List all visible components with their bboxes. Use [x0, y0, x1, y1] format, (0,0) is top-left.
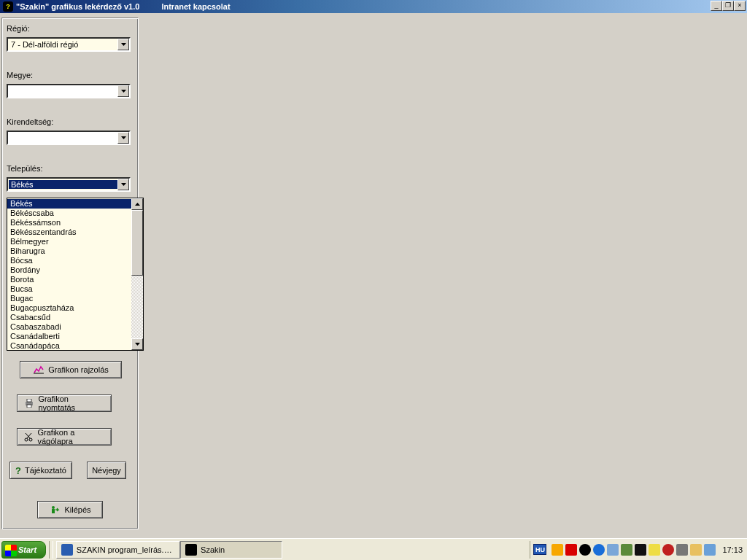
svg-marker-3	[121, 183, 126, 186]
help-icon: ?	[15, 464, 21, 476]
list-item[interactable]: Csanádapáca	[7, 341, 131, 350]
app-icon	[185, 544, 197, 556]
list-item[interactable]: Csabacsűd	[7, 313, 131, 322]
close-button[interactable]: ×	[734, 1, 746, 11]
chart-icon	[33, 364, 44, 376]
chevron-down-icon[interactable]	[117, 39, 129, 50]
list-item[interactable]: Bócsa	[7, 256, 131, 265]
nevjegy-button[interactable]: Névjegy	[87, 462, 126, 479]
maximize-button[interactable]: ❐	[722, 1, 734, 11]
task-label: Szakin	[201, 545, 225, 554]
task-label: SZAKIN program_leírás.d…	[77, 545, 175, 554]
scissors-icon	[23, 431, 34, 443]
client-area: Régió: 7 - Dél-alföldi régió Megye: Kire…	[0, 13, 747, 538]
button-label: Grafikon a vágólapra	[38, 428, 106, 446]
start-button[interactable]: Start	[1, 541, 46, 559]
svg-marker-2	[121, 136, 126, 139]
tray-icon[interactable]	[676, 544, 688, 556]
tray-icon[interactable]	[565, 544, 577, 556]
window-title: "Szakin" grafikus lekérdező v1.0	[16, 2, 139, 11]
kirendeltseg-label: Kirendeltség:	[7, 117, 133, 126]
tray-icon[interactable]	[551, 544, 563, 556]
tray-icon[interactable]	[690, 544, 702, 556]
filter-panel: Régió: 7 - Dél-alföldi régió Megye: Kire…	[1, 18, 139, 529]
tray-icon[interactable]	[635, 544, 646, 556]
svg-marker-5	[135, 343, 140, 346]
tray-icon[interactable]	[662, 544, 674, 556]
telepules-listbox[interactable]: BékésBékéscsabaBékéssámsonBékésszentandr…	[7, 198, 144, 351]
svg-point-11	[29, 438, 32, 441]
scrollbar[interactable]	[131, 198, 143, 350]
list-item[interactable]: Bugac	[7, 294, 131, 303]
svg-marker-1	[121, 90, 126, 93]
chevron-down-icon[interactable]	[117, 132, 129, 144]
clock[interactable]: 17:13	[722, 545, 743, 554]
telepules-label: Település:	[7, 164, 133, 173]
list-item[interactable]: Biharugra	[7, 246, 131, 256]
tray-icon[interactable]	[649, 544, 660, 556]
taskbar: Start SZAKIN program_leírás.d… Szakin HU…	[0, 538, 747, 560]
printer-icon	[23, 397, 34, 409]
kirendeltseg-dropdown[interactable]	[7, 131, 131, 145]
chevron-down-icon[interactable]	[117, 85, 129, 97]
svg-rect-15	[52, 509, 55, 513]
svg-point-14	[52, 506, 55, 509]
grafikon-vagolap-button[interactable]: Grafikon a vágólapra	[17, 428, 112, 446]
list-item[interactable]: Békésszentandrás	[7, 228, 131, 237]
tray-icon[interactable]	[593, 544, 605, 556]
telepules-dropdown[interactable]: Békés	[7, 177, 131, 192]
grafikon-rajzolas-button[interactable]: Grafikon rajzolás	[20, 361, 122, 378]
kilepes-button[interactable]: Kilépés	[37, 501, 103, 518]
button-label: Névjegy	[92, 466, 121, 475]
list-item[interactable]: Bélmegyer	[7, 237, 131, 246]
scroll-track[interactable]	[131, 210, 143, 338]
list-item[interactable]: Bugacpusztaháza	[7, 303, 131, 313]
language-indicator[interactable]: HU	[533, 544, 546, 555]
scroll-thumb[interactable]	[131, 210, 143, 276]
regio-value: 7 - Dél-alföldi régió	[8, 40, 117, 49]
svg-point-10	[25, 438, 28, 441]
word-icon	[61, 544, 73, 556]
scroll-down-button[interactable]	[131, 338, 143, 350]
megye-label: Megye:	[7, 71, 133, 79]
tray-icon[interactable]	[704, 544, 716, 556]
button-label: Grafikon nyomtatás	[38, 394, 105, 412]
svg-rect-9	[27, 405, 31, 408]
window-subtitle: Intranet kapcsolat	[161, 2, 230, 11]
svg-rect-8	[27, 399, 31, 402]
tray-icon[interactable]	[607, 544, 619, 556]
taskbar-separator	[49, 541, 53, 559]
list-item[interactable]: Csanádalberti	[7, 332, 131, 341]
tajekoztato-button[interactable]: ? Tájékoztató	[9, 462, 72, 479]
tray-icon[interactable]	[579, 544, 591, 556]
tray-icon[interactable]	[621, 544, 632, 556]
taskbar-item-word[interactable]: SZAKIN program_leírás.d…	[56, 541, 180, 559]
svg-marker-0	[121, 43, 126, 46]
start-label: Start	[18, 545, 36, 554]
regio-label: Régió:	[7, 24, 133, 33]
button-label: Tájékoztató	[25, 466, 66, 475]
list-item[interactable]: Borota	[7, 275, 131, 284]
scroll-up-button[interactable]	[131, 198, 143, 210]
title-bar: ? "Szakin" grafikus lekérdező v1.0 Intra…	[0, 0, 747, 13]
svg-marker-4	[135, 203, 140, 206]
list-item[interactable]: Bucsa	[7, 284, 131, 294]
list-item[interactable]: Békés	[7, 199, 131, 209]
chevron-down-icon[interactable]	[117, 179, 129, 190]
grafikon-nyomtatas-button[interactable]: Grafikon nyomtatás	[17, 394, 112, 412]
list-item[interactable]: Békéssámson	[7, 218, 131, 228]
button-label: Grafikon rajzolás	[48, 365, 109, 374]
exit-icon	[49, 504, 61, 516]
megye-dropdown[interactable]	[7, 84, 131, 98]
app-icon: ?	[3, 1, 13, 12]
system-tray: HU 17:13	[530, 541, 746, 559]
minimize-button[interactable]: _	[711, 1, 722, 11]
list-item[interactable]: Bordány	[7, 265, 131, 275]
telepules-value: Békés	[9, 180, 117, 189]
list-item[interactable]: Csabaszabadi	[7, 322, 131, 332]
list-item[interactable]: Békéscsaba	[7, 209, 131, 218]
button-label: Kilépés	[64, 505, 90, 514]
taskbar-item-szakin[interactable]: Szakin	[180, 541, 282, 559]
regio-dropdown[interactable]: 7 - Dél-alföldi régió	[7, 37, 131, 52]
